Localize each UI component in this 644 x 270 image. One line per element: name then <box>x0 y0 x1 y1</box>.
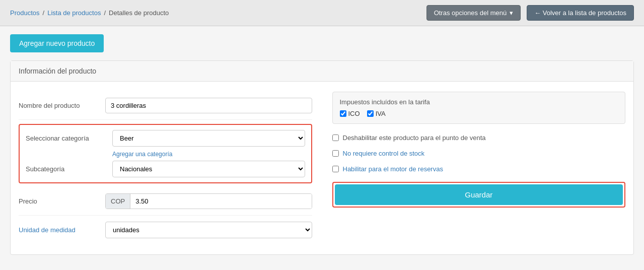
product-name-input[interactable] <box>105 98 312 113</box>
breadcrumb-sep-1: / <box>43 9 45 17</box>
ico-checkbox-item: ICO <box>340 110 360 117</box>
subcategory-select[interactable]: Nacionales <box>112 161 305 177</box>
chevron-down-icon: ▾ <box>510 9 513 17</box>
unit-label: Unidad de medidad <box>19 226 99 234</box>
breadcrumb-detalles: Detalles de producto <box>109 9 169 17</box>
subcategory-label: Subcategoría <box>26 165 106 173</box>
unit-select[interactable]: unidades <box>105 222 312 238</box>
panel-body: Nombre del producto Seleccionar categorí… <box>11 82 633 254</box>
tax-box: Impuestos incluídos en la tarifa ICO IVA <box>332 92 626 124</box>
category-section: Seleccionar categoría Beer Agregar una c… <box>19 124 312 183</box>
add-product-row: Agregar nuevo producto <box>10 34 634 52</box>
iva-label: IVA <box>376 110 386 117</box>
iva-checkbox-item: IVA <box>367 110 386 117</box>
breadcrumb-lista[interactable]: Lista de productos <box>47 9 101 17</box>
panel-heading: Información del producto <box>11 61 633 82</box>
breadcrumb-productos[interactable]: Productos <box>10 9 40 17</box>
price-currency: COP <box>106 194 130 209</box>
content-area: Agregar nuevo producto Información del p… <box>0 26 644 263</box>
category-row: Seleccionar categoría Beer <box>26 130 305 147</box>
product-name-row: Nombre del producto <box>19 92 312 120</box>
right-col: Impuestos incluídos en la tarifa ICO IVA <box>332 92 626 244</box>
reservas-checkbox[interactable] <box>332 166 339 172</box>
subcategory-row: Subcategoría Nacionales <box>26 161 305 177</box>
breadcrumb-sep-2: / <box>104 9 106 17</box>
top-bar: Productos / Lista de productos / Detalle… <box>0 0 644 26</box>
category-select[interactable]: Beer <box>112 130 305 147</box>
price-label: Precio <box>19 197 99 205</box>
no-stock-label: No requiere control de stock <box>343 150 425 157</box>
product-name-label: Nombre del producto <box>19 102 99 109</box>
breadcrumb: Productos / Lista de productos / Detalle… <box>10 9 420 17</box>
left-col: Nombre del producto Seleccionar categorí… <box>19 92 312 244</box>
product-name-input-wrapper <box>105 98 312 113</box>
save-button-wrapper: Guardar <box>332 182 626 208</box>
add-category-link[interactable]: Agregar una categoría <box>112 151 172 158</box>
no-stock-checkbox[interactable] <box>332 150 339 157</box>
disable-pos-row: Deshabilitar este producto para el punto… <box>332 130 626 146</box>
category-label: Seleccionar categoría <box>26 134 106 142</box>
unit-row: Unidad de medidad unidades <box>19 216 312 244</box>
tax-checkboxes: ICO IVA <box>340 110 618 117</box>
unit-input-wrapper: unidades <box>105 222 312 238</box>
product-panel: Información del producto Nombre del prod… <box>10 60 634 255</box>
iva-checkbox[interactable] <box>367 110 374 117</box>
ico-label: ICO <box>348 110 360 117</box>
price-row: Precio COP <box>19 187 312 216</box>
save-button[interactable]: Guardar <box>335 184 623 205</box>
price-input[interactable] <box>130 194 311 209</box>
no-stock-row: No requiere control de stock <box>332 146 626 161</box>
price-input-group: COP <box>105 193 312 209</box>
disable-pos-checkbox[interactable] <box>332 134 339 141</box>
ico-checkbox[interactable] <box>340 110 346 117</box>
form-grid: Nombre del producto Seleccionar categorí… <box>19 92 625 244</box>
menu-options-button[interactable]: Otras opciones del menú ▾ <box>426 5 521 21</box>
back-to-list-button[interactable]: ← Volver a la lista de productos <box>527 5 634 21</box>
add-category-link-row: Agregar una categoría <box>26 150 305 158</box>
disable-pos-label: Deshabilitar este producto para el punto… <box>343 134 486 142</box>
tax-box-title: Impuestos incluídos en la tarifa <box>340 98 618 106</box>
reservas-row: Habilitar para el motor de reservas <box>332 161 626 177</box>
add-product-button[interactable]: Agregar nuevo producto <box>10 34 104 52</box>
reservas-label: Habilitar para el motor de reservas <box>343 165 443 173</box>
